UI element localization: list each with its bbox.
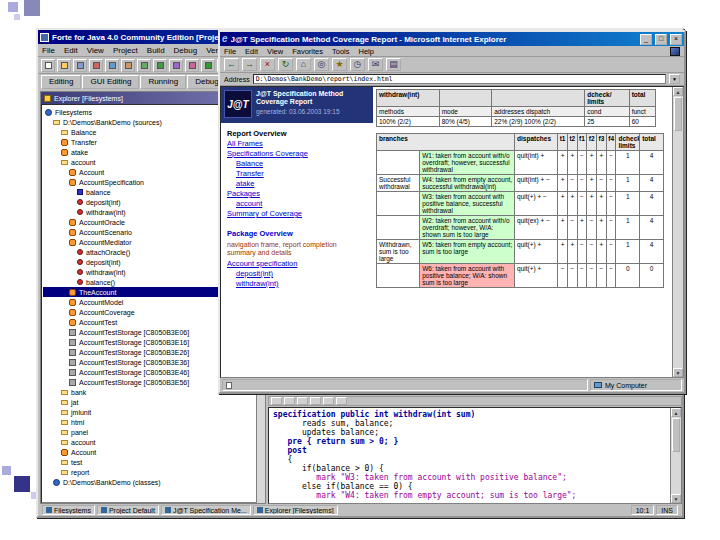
report-nav-link[interactable]: Summary of Coverage [227, 209, 367, 219]
report-nav-link[interactable]: withdraw(int) [236, 279, 367, 289]
ie-menu-item[interactable]: View [267, 47, 283, 56]
report-nav-link[interactable]: account [236, 199, 367, 209]
total-cell: 4 [640, 192, 664, 216]
refresh-icon[interactable]: ↻ [278, 58, 293, 71]
ie-menu-item[interactable]: File [224, 47, 236, 56]
tree-item[interactable]: Account [43, 447, 264, 457]
source-editor[interactable]: ▲ ▼ specification public int withdraw(in… [268, 407, 682, 504]
tree-item[interactable]: test [43, 457, 264, 467]
report-nav-link[interactable]: deposit(int) [236, 269, 367, 279]
open-file-icon[interactable] [57, 59, 71, 72]
window-list-button[interactable]: Project Default [97, 505, 159, 515]
stop-icon[interactable]: × [260, 58, 275, 71]
compile-icon[interactable] [169, 59, 183, 72]
report-heading: J@T Specification Method Coverage Report [256, 90, 370, 106]
tree-item[interactable]: html [43, 417, 264, 427]
ie-window-title: J@T Specification Method Coverage Report… [231, 35, 637, 44]
report-nav-link[interactable]: Specifications Coverage [227, 149, 367, 159]
print-icon[interactable]: ▤ [386, 58, 401, 71]
tree-item[interactable]: account [43, 437, 264, 447]
report-nav-link[interactable]: Account specification [227, 259, 367, 269]
table-row: W1: taken from account with/o overdraft;… [377, 151, 664, 175]
new-file-icon[interactable] [41, 59, 55, 72]
folder-icon [61, 160, 68, 165]
window-list-button[interactable]: J@T Specification Me... [161, 505, 251, 515]
ed-breakpoint-icon[interactable] [310, 397, 321, 405]
ed-next-icon[interactable] [336, 397, 347, 405]
class-icon [61, 149, 68, 156]
ie-titlebar[interactable]: e J@T Specification Method Coverage Repo… [220, 32, 684, 46]
report-nav-link[interactable]: Package Overview [227, 229, 367, 239]
ie-maximize-button[interactable]: □ [655, 34, 667, 45]
history-icon[interactable]: ◷ [350, 58, 365, 71]
report-nav-link[interactable]: Transfer [236, 169, 367, 179]
ed-find-icon[interactable] [271, 397, 282, 405]
ed-replace-icon[interactable] [284, 397, 295, 405]
report-nav-link[interactable]: Balance [236, 159, 367, 169]
ed-bookmark-icon[interactable] [297, 397, 308, 405]
scrollbar-thumb[interactable] [672, 418, 680, 452]
ie-minimize-button[interactable]: _ [640, 34, 652, 45]
ide-menu-item[interactable]: File [42, 46, 55, 55]
mail-icon[interactable]: ✉ [368, 58, 383, 71]
address-input[interactable] [253, 74, 666, 84]
report-nav-link[interactable]: All Frames [227, 139, 367, 149]
tree-item[interactable]: panel [43, 427, 264, 437]
table-cell: methods [377, 107, 440, 117]
save-icon[interactable] [73, 59, 87, 72]
scroll-up-icon[interactable]: ▲ [673, 87, 683, 96]
search-icon[interactable]: ◎ [314, 58, 329, 71]
report-banner: J@T J@T Specification Method Coverage Re… [221, 87, 373, 123]
chevron-down-icon[interactable]: ▼ [669, 74, 680, 84]
scroll-down-icon[interactable]: ▼ [671, 494, 681, 503]
ie-menu-item[interactable]: Help [359, 47, 374, 56]
ide-menu-item[interactable]: Project [113, 46, 138, 55]
page-scrollbar[interactable]: ▲ ▼ [672, 87, 683, 377]
tree-item[interactable]: report [43, 467, 264, 477]
copy-icon[interactable] [105, 59, 119, 72]
report-nav-link[interactable]: Packages [227, 189, 367, 199]
cut-icon[interactable] [89, 59, 103, 72]
ide-menu-item[interactable]: Build [147, 46, 165, 55]
redo-icon[interactable] [153, 59, 167, 72]
window-list-button[interactable]: Filesystems [42, 505, 95, 515]
ide-workspace-tab[interactable]: GUI Editing [82, 75, 139, 89]
tree-item-label: panel [71, 429, 88, 436]
scroll-up-icon[interactable]: ▲ [671, 408, 681, 417]
ie-close-button[interactable]: × [670, 34, 682, 45]
tree-item[interactable]: D:\Demos\BankDemo (classes) [43, 477, 264, 487]
ide-workspace-tab[interactable]: Editing [41, 75, 81, 89]
window-list-button[interactable]: Explorer [Filesystems] [253, 505, 338, 515]
ide-menu-item[interactable]: Edit [64, 46, 78, 55]
ed-prev-icon[interactable] [323, 397, 334, 405]
report-nav-link[interactable]: navigation frame, report completion summ… [227, 241, 367, 257]
run-icon[interactable] [201, 59, 215, 72]
scroll-down-icon[interactable]: ▼ [673, 368, 683, 377]
build-icon[interactable] [185, 59, 199, 72]
branch-group-cell: Withdrawn, sum is too large [377, 240, 420, 264]
report-nav-link[interactable] [227, 219, 367, 223]
editor-caret-position: 10:1 [631, 505, 655, 515]
tree-item[interactable]: jat [43, 397, 264, 407]
mark-cell: − [597, 175, 607, 192]
editor-scrollbar[interactable]: ▲ ▼ [670, 408, 681, 503]
ie-menu-item[interactable]: Favorites [292, 47, 323, 56]
mark-cell: − [606, 192, 616, 216]
ide-menu-item[interactable]: Debug [174, 46, 198, 55]
back-icon[interactable]: ← [224, 58, 239, 71]
report-nav-link[interactable]: atake [236, 179, 367, 189]
ide-workspace-tab[interactable]: Running [140, 75, 186, 89]
home-icon[interactable]: ⌂ [296, 58, 311, 71]
scrollbar-thumb[interactable] [674, 97, 682, 131]
ie-menu-item[interactable]: Edit [245, 47, 258, 56]
forward-icon[interactable]: → [242, 58, 257, 71]
favorites-icon[interactable]: ★ [332, 58, 347, 71]
ie-menu-item[interactable]: Tools [332, 47, 350, 56]
report-nav-link[interactable]: Report Overview [227, 129, 367, 139]
undo-icon[interactable] [137, 59, 151, 72]
tree-item[interactable]: jmlunit [43, 407, 264, 417]
mark-cell: − [577, 264, 587, 288]
window-icon [101, 507, 107, 513]
ide-menu-item[interactable]: View [87, 46, 104, 55]
paste-icon[interactable] [121, 59, 135, 72]
